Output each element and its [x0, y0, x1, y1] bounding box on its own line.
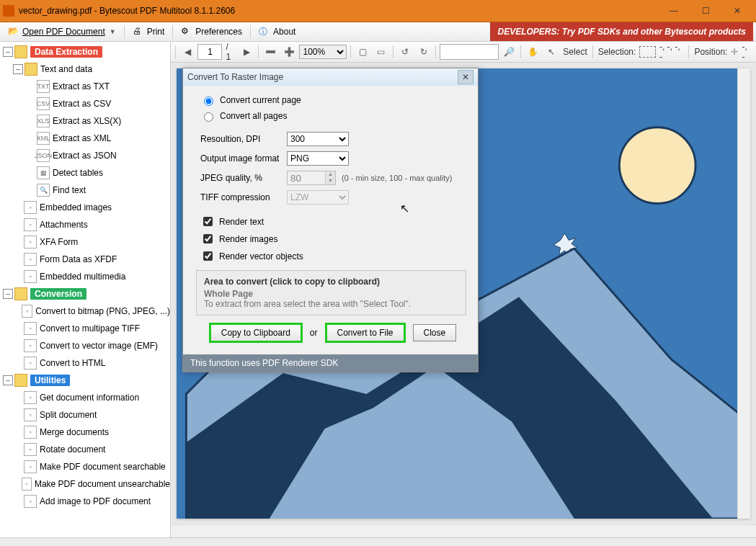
tree-item[interactable]: ▫Convert to bitmap (PNG, JPEG, ...): [0, 303, 170, 320]
file-icon: XLS: [37, 115, 50, 127]
tree-item[interactable]: XMLExtract as XML: [0, 130, 170, 147]
file-icon: ▫: [24, 460, 37, 473]
tree-item[interactable]: CSVExtract as CSV: [0, 95, 170, 112]
folder-icon: [14, 374, 27, 387]
area-to-convert-panel[interactable]: Area to convert (click to copy to clipbo…: [196, 270, 466, 315]
select-tool-icon[interactable]: ↖: [543, 43, 560, 61]
gear-icon: ⚙: [181, 26, 192, 37]
tree-item[interactable]: ▫Convert to vector image (EMF): [0, 337, 170, 354]
tree-item[interactable]: JSONExtract as JSON: [0, 147, 170, 164]
selection-value: -, -, -, -: [659, 42, 684, 62]
minimize-button[interactable]: —: [658, 1, 690, 21]
position-label: Position:: [694, 47, 727, 57]
file-icon: ▫: [24, 270, 37, 283]
open-pdf-button[interactable]: 📂 Open PDF Document ▼: [3, 24, 121, 40]
file-icon: ▫: [24, 443, 37, 456]
tree-data-extraction[interactable]: –Data Extraction: [0, 43, 170, 61]
dialog-titlebar[interactable]: Convert To Raster Image ✕: [183, 68, 478, 86]
tree-item[interactable]: ▫Convert to multipage TIFF: [0, 320, 170, 337]
tree-item[interactable]: TXTExtract as TXT: [0, 78, 170, 95]
tree-item[interactable]: ▫Add image to PDF document: [0, 493, 170, 510]
dialog-footer: This function uses PDF Renderer SDK: [183, 354, 478, 372]
dev-banner[interactable]: DEVELOPERS: Try PDF SDKs and other Bytes…: [490, 22, 753, 41]
file-icon: ▫: [24, 339, 37, 352]
rotate-cw-button[interactable]: ↻: [415, 43, 432, 61]
document-toolbar: ◀ / 1 ▶ ➖ ➕ 100% ▢ ▭ ↺ ↻ 🔎 ✋ ↖ Select Se…: [171, 42, 756, 63]
tree-item[interactable]: ▫Embedded images: [0, 199, 170, 216]
zoom-select[interactable]: 100%: [299, 45, 346, 59]
copy-clipboard-button[interactable]: Copy to Clipboard: [210, 324, 301, 341]
file-icon: XML: [37, 132, 50, 145]
vertical-scrollbar[interactable]: [737, 68, 750, 519]
tree-item[interactable]: ▫XFA Form: [0, 233, 170, 251]
preferences-button[interactable]: ⚙ Preferences: [176, 24, 247, 40]
next-page-button[interactable]: ▶: [239, 43, 255, 61]
convert-current-page-radio[interactable]: [204, 97, 213, 106]
file-icon: JSON: [37, 149, 50, 162]
info-icon: ⓘ: [259, 26, 270, 37]
tree-item[interactable]: ▫Convert to HTML: [0, 354, 170, 372]
fit-page-button[interactable]: ▢: [355, 43, 371, 61]
tree-item[interactable]: ▦Detect tables: [0, 164, 170, 182]
chevron-down-icon: ▼: [110, 28, 116, 35]
prev-page-button[interactable]: ◀: [179, 43, 196, 61]
tree-item[interactable]: XLSExtract as XLS(X): [0, 112, 170, 130]
menu-bar: 📂 Open PDF Document ▼ 🖨 Print ⚙ Preferen…: [0, 22, 756, 42]
file-icon: ▫: [24, 408, 37, 421]
folder-icon: [14, 45, 27, 58]
tree-item[interactable]: ▫Attachments: [0, 216, 170, 233]
render-vector-check[interactable]: [203, 251, 213, 261]
tree-utilities[interactable]: –Utilities: [0, 372, 170, 389]
print-button[interactable]: 🖨 Print: [128, 24, 170, 40]
page-number-input[interactable]: [197, 44, 222, 60]
tiff-compression-select: LZW: [287, 190, 349, 205]
render-images-check[interactable]: [203, 234, 213, 243]
tree-item[interactable]: ▫Split document: [0, 406, 170, 424]
tree-item[interactable]: 🔍Find text: [0, 182, 170, 199]
tree-item[interactable]: ▫Merge documents: [0, 424, 170, 441]
convert-file-button[interactable]: Convert to File: [326, 324, 404, 341]
status-bar: [0, 537, 756, 546]
file-icon: ▫: [24, 495, 37, 508]
tree-text-and-data[interactable]: –Text and data: [0, 61, 170, 78]
file-icon: ▫: [24, 322, 37, 335]
tree-item[interactable]: ▫Make PDF document searchable: [0, 458, 170, 475]
tree-item[interactable]: ▫Rotate document: [0, 441, 170, 458]
tree-item[interactable]: ▫Form Data as XFDF: [0, 251, 170, 268]
selection-label: Selection:: [598, 47, 636, 57]
file-icon: ▫: [24, 218, 37, 231]
resolution-select[interactable]: 300: [287, 132, 349, 146]
tree-conversion[interactable]: –Conversion: [0, 285, 170, 303]
convert-all-pages-radio[interactable]: [204, 112, 213, 122]
maximize-button[interactable]: ☐: [690, 1, 721, 21]
sidebar-tree[interactable]: –Data Extraction–Text and dataTXTExtract…: [0, 42, 171, 537]
file-icon: ▫: [24, 201, 37, 214]
hand-tool-button[interactable]: ✋: [525, 43, 541, 61]
file-icon: TXT: [37, 80, 50, 93]
close-button[interactable]: Close: [413, 324, 457, 341]
close-window-button[interactable]: ✕: [721, 1, 753, 21]
select-tool-label[interactable]: Select: [563, 47, 587, 57]
rotate-ccw-button[interactable]: ↺: [397, 43, 414, 61]
file-icon: ▫: [22, 305, 32, 318]
render-text-check[interactable]: [203, 217, 213, 226]
folder-open-icon: 📂: [8, 26, 19, 37]
about-button[interactable]: ⓘ About: [254, 24, 301, 40]
zoom-in-button[interactable]: ➕: [281, 43, 298, 61]
tree-item[interactable]: ▫Make PDF document unsearchable: [0, 475, 170, 493]
find-button[interactable]: 🔎: [501, 43, 517, 61]
format-select[interactable]: PNG: [287, 151, 349, 166]
selection-rect-icon: [639, 46, 656, 58]
find-input[interactable]: [440, 44, 499, 60]
horizontal-scrollbar[interactable]: [171, 524, 756, 537]
file-icon: ▫: [24, 236, 37, 249]
fit-width-button[interactable]: ▭: [373, 43, 389, 61]
tree-item[interactable]: ▫Embedded multimedia: [0, 268, 170, 285]
dialog-close-button[interactable]: ✕: [458, 70, 473, 84]
file-icon: ▫: [24, 253, 37, 266]
file-icon: CSV: [37, 97, 50, 110]
title-bar: vector_drawing.pdf - Bytescout PDF Multi…: [0, 0, 756, 22]
folder-icon: [14, 287, 27, 300]
tree-item[interactable]: ▫Get document information: [0, 389, 170, 406]
zoom-out-button[interactable]: ➖: [262, 43, 279, 61]
